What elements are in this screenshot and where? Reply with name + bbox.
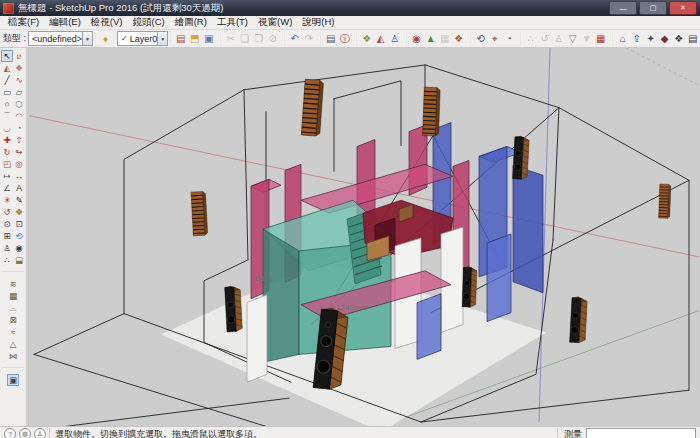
menu-tools[interactable]: 工具(T) — [212, 16, 253, 29]
add-detail-tool[interactable]: △ — [7, 338, 19, 350]
layer-dropdown[interactable]: ✓ Layer0 ▼ — [117, 31, 168, 46]
line-tool[interactable]: ╱ — [1, 74, 13, 86]
orbit-icon[interactable]: ↺ — [538, 32, 551, 46]
menu-window[interactable]: 視窗(W) — [253, 16, 297, 29]
classifier-dropdown[interactable]: <undefined> ▼ — [28, 31, 93, 46]
paint-bucket-icon[interactable]: ◭ — [374, 32, 387, 46]
make-component-tool[interactable]: ❖ — [13, 62, 25, 74]
menu-view[interactable]: 檢視(V) — [86, 16, 128, 29]
status-bar: ?◍♙ 選取物件。切換到擴充選取。拖曳滑鼠以選取多項。 測量 — [0, 426, 700, 438]
eraser-tool[interactable]: ⌀ — [13, 50, 25, 62]
polygon-tool[interactable]: ⬡ — [13, 98, 25, 110]
move-tool[interactable]: ✚ — [1, 134, 13, 146]
send-to-layout-icon[interactable]: ❖ — [672, 32, 685, 46]
person-icon[interactable]: ♙ — [552, 32, 565, 46]
photo-textures-icon[interactable]: ❖ — [452, 32, 465, 46]
menu-file[interactable]: 檔案(F) — [3, 16, 44, 29]
model-info-icon[interactable]: ⓘ — [338, 32, 351, 46]
zoom-tool[interactable]: ⊙ — [1, 218, 13, 230]
funnel-icon[interactable]: ▽ — [566, 32, 579, 46]
offset-tool[interactable]: ◎ — [13, 158, 25, 170]
menu-camera[interactable]: 鏡頭(C) — [127, 16, 169, 29]
walk-icon[interactable]: ∴ — [524, 32, 537, 46]
rectangle-tool[interactable]: ▭ — [1, 86, 13, 98]
walk-tool[interactable]: ∴ — [1, 254, 13, 266]
paste-icon[interactable]: ❐ — [252, 32, 265, 46]
protractor-tool[interactable]: ∠ — [1, 182, 13, 194]
share-model-icon[interactable]: ⇪ — [630, 32, 643, 46]
help-tip-icon[interactable]: ? — [4, 428, 16, 438]
3d-text-tool[interactable]: ✎ — [13, 194, 25, 206]
geolocation-icon[interactable]: ◍ — [19, 428, 31, 438]
sandbox-from-scratch-tool[interactable]: ▦ — [7, 290, 19, 302]
model-scene[interactable]: 0mm 1240mm — [27, 48, 700, 426]
classifier-tag-icon[interactable]: ⬧ — [99, 32, 112, 46]
open-file-icon[interactable]: ⬒ — [188, 32, 201, 46]
chevron-down-icon[interactable]: ▼ — [82, 32, 92, 45]
copy-icon[interactable]: ❏ — [238, 32, 251, 46]
minimize-button[interactable]: — — [609, 1, 637, 15]
menu-edit[interactable]: 編輯(E) — [44, 16, 86, 29]
flip-edge-tool[interactable]: ⋈ — [7, 350, 19, 362]
pan-tool[interactable]: ✥ — [13, 206, 25, 218]
axes-tool[interactable]: ✳ — [1, 194, 13, 206]
maximize-button[interactable]: ▢ — [639, 1, 667, 15]
funnel-alt-icon[interactable]: ▼ — [580, 32, 593, 46]
zoom-extents-tool[interactable]: ⊞ — [1, 230, 13, 242]
section-display-toggle[interactable]: ▣ — [7, 374, 19, 386]
close-button[interactable]: ✕ — [669, 1, 697, 15]
dimension-tool[interactable]: ↔ — [13, 170, 25, 182]
menu-draw[interactable]: 繪圖(R) — [170, 16, 212, 29]
menu-help[interactable]: 說明(H) — [297, 16, 339, 29]
3d-viewport[interactable]: 0mm 1240mm — [27, 48, 700, 426]
credits-icon[interactable]: ♙ — [34, 428, 46, 438]
match-photo-icon[interactable]: ▦ — [438, 32, 451, 46]
redo-icon[interactable]: ↷ — [302, 32, 315, 46]
orbit-tool[interactable]: ↺ — [1, 206, 13, 218]
follow-me-tool[interactable]: ↬ — [13, 146, 25, 158]
toggle-terrain-icon[interactable]: ▲ — [424, 32, 437, 46]
pie-tool[interactable]: ◔ — [13, 122, 25, 134]
cut-icon[interactable]: ✂ — [224, 32, 237, 46]
scale-tool[interactable]: ◰ — [1, 158, 13, 170]
new-file-icon[interactable]: ▤ — [174, 32, 187, 46]
previous-view-icon[interactable]: ⟲ — [474, 32, 487, 46]
drape-tool[interactable]: ≈ — [7, 326, 19, 338]
circle-tool[interactable]: ○ — [1, 98, 13, 110]
sign-in-icon[interactable]: ♙ — [388, 32, 401, 46]
photo-grid-icon[interactable]: ▦ — [594, 32, 607, 46]
stamp-tool[interactable]: ⊠ — [7, 314, 19, 326]
smoove-tool[interactable]: ⌓ — [7, 302, 19, 314]
add-location-icon[interactable]: ◉ — [410, 32, 423, 46]
print-icon[interactable]: ▤ — [324, 32, 337, 46]
position-camera-tool[interactable]: ♙ — [1, 242, 13, 254]
undo-icon[interactable]: ↶ — [288, 32, 301, 46]
two-point-arc-tool[interactable]: ◠ — [13, 110, 25, 122]
extension-warehouse-icon[interactable]: ◆ — [658, 32, 671, 46]
arc-tool[interactable]: ⌒ — [1, 110, 13, 122]
text-tool[interactable]: A — [13, 182, 25, 194]
3d-warehouse-icon[interactable]: ⌂ — [616, 32, 629, 46]
sandbox-from-contours-tool[interactable]: ≋ — [7, 278, 19, 290]
freehand-tool[interactable]: ∿ — [13, 74, 25, 86]
select-tool[interactable]: ↖ — [1, 50, 13, 62]
look-around-tool[interactable]: ◉ — [13, 242, 25, 254]
make-component-icon[interactable]: ❖ — [360, 32, 373, 46]
section-plane-tool[interactable]: ⬓ — [13, 254, 25, 266]
previous-view-tool[interactable]: ⟲ — [13, 230, 25, 242]
paint-bucket-tool[interactable]: ◭ — [1, 62, 13, 74]
look-around-icon[interactable]: ◔ — [502, 32, 515, 46]
push-pull-tool[interactable]: ⇧ — [13, 134, 25, 146]
position-camera-icon[interactable]: ⌖ — [488, 32, 501, 46]
save-file-icon[interactable]: ▣ — [202, 32, 215, 46]
tape-measure-tool[interactable]: ↦ — [1, 170, 13, 182]
erase-icon[interactable]: ⊘ — [266, 32, 279, 46]
rotated-rectangle-tool[interactable]: ▱ — [13, 86, 25, 98]
rotate-tool[interactable]: ↻ — [1, 146, 13, 158]
three-point-arc-tool[interactable]: ◡ — [1, 122, 13, 134]
chevron-down-icon[interactable]: ▼ — [157, 32, 167, 45]
share-component-icon[interactable]: ✦ — [644, 32, 657, 46]
zoom-window-tool[interactable]: ⊡ — [13, 218, 25, 230]
measurements-input[interactable] — [586, 428, 696, 438]
generate-report-icon[interactable]: ▤ — [686, 32, 699, 46]
